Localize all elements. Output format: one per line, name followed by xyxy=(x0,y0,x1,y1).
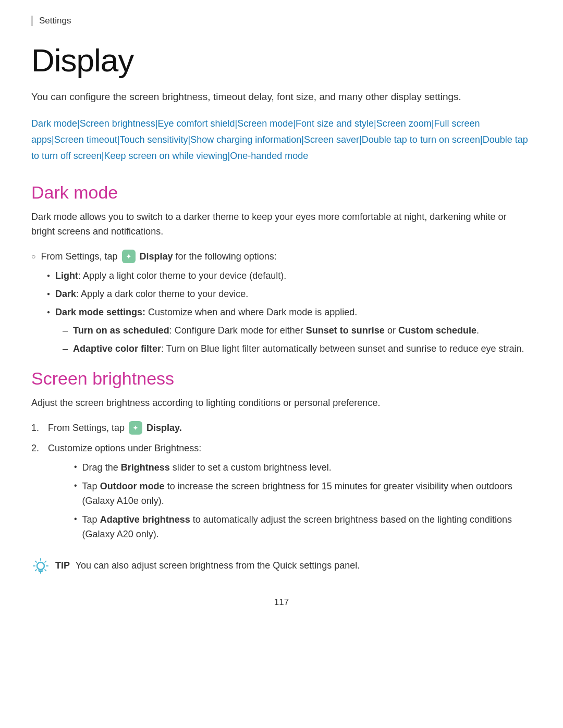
dark-mode-list: From Settings, tap Display for the follo… xyxy=(31,250,532,264)
intro-paragraph: You can configure the screen brightness,… xyxy=(31,89,532,104)
dark-mode-dark: Dark: Apply a dark color theme to your d… xyxy=(31,287,532,301)
toc-link-charging-info[interactable]: Show charging information xyxy=(190,134,301,145)
toc-link-screen-saver[interactable]: Screen saver xyxy=(304,134,359,145)
toc-link-one-handed[interactable]: One-handed mode xyxy=(230,151,308,161)
screen-brightness-steps: 1. From Settings, tap Display. 2. Custom… xyxy=(31,421,532,546)
step-1: 1. From Settings, tap Display. xyxy=(31,421,532,435)
dark-mode-settings: Dark mode settings: Customize when and w… xyxy=(31,305,532,319)
page-title: Display xyxy=(31,42,532,79)
toc-link-screen-mode[interactable]: Screen mode xyxy=(237,118,293,129)
toc-link-double-tap-on[interactable]: Double tap to turn on screen xyxy=(362,134,480,145)
screen-brightness-section-title: Screen brightness xyxy=(31,368,532,389)
svg-line-6 xyxy=(45,570,46,571)
toc-link-eye-comfort[interactable]: Eye comfort shield xyxy=(158,118,235,129)
dark-mode-sub-list: Light: Apply a light color theme to your… xyxy=(31,269,532,319)
display-settings-icon xyxy=(122,250,136,263)
toc-link-touch-sensitivity[interactable]: Touch sensitivity xyxy=(119,134,188,145)
toc-links: Dark mode|Screen brightness|Eye comfort … xyxy=(31,116,532,164)
tip-box: TIP You can also adjust screen brightnes… xyxy=(31,559,532,576)
dark-mode-from-settings: From Settings, tap Display for the follo… xyxy=(31,250,532,264)
page-number: 117 xyxy=(31,597,532,608)
settings-label-text: Settings xyxy=(39,16,71,26)
toc-link-keep-screen[interactable]: Keep screen on while viewing xyxy=(104,151,227,161)
svg-point-0 xyxy=(37,562,44,570)
svg-line-5 xyxy=(35,561,36,562)
toc-link-dark-mode[interactable]: Dark mode xyxy=(31,118,77,129)
toc-link-screen-brightness[interactable]: Screen brightness xyxy=(80,118,155,129)
svg-line-8 xyxy=(45,561,46,562)
step-2: 2. Customize options under Brightness: D… xyxy=(31,441,532,546)
display-settings-icon-2 xyxy=(129,421,142,435)
dark-mode-dash-list: Turn on as scheduled: Configure Dark mod… xyxy=(31,324,532,356)
toc-link-screen-zoom[interactable]: Screen zoom xyxy=(376,118,432,129)
svg-line-7 xyxy=(35,570,36,571)
page-container: Settings Display You can configure the s… xyxy=(0,0,563,728)
brightness-sub-list: Drag the Brightness slider to set a cust… xyxy=(48,461,532,541)
brightness-outdoor: Tap Outdoor mode to increase the screen … xyxy=(48,479,532,509)
screen-brightness-intro: Adjust the screen brightness according t… xyxy=(31,396,532,411)
turn-on-scheduled: Turn on as scheduled: Configure Dark mod… xyxy=(31,324,532,338)
adaptive-color-filter: Adaptive color filter: Turn on Blue ligh… xyxy=(31,342,532,356)
dark-mode-light: Light: Apply a light color theme to your… xyxy=(31,269,532,283)
tip-icon xyxy=(31,558,50,576)
settings-breadcrumb: Settings xyxy=(31,16,532,26)
toc-link-screen-timeout[interactable]: Screen timeout xyxy=(54,134,117,145)
dark-mode-section-title: Dark mode xyxy=(31,182,532,203)
dark-mode-intro: Dark mode allows you to switch to a dark… xyxy=(31,210,532,239)
brightness-adaptive: Tap Adaptive brightness to automatically… xyxy=(48,513,532,542)
toc-link-font-size[interactable]: Font size and style xyxy=(296,118,374,129)
brightness-drag: Drag the Brightness slider to set a cust… xyxy=(48,461,532,475)
